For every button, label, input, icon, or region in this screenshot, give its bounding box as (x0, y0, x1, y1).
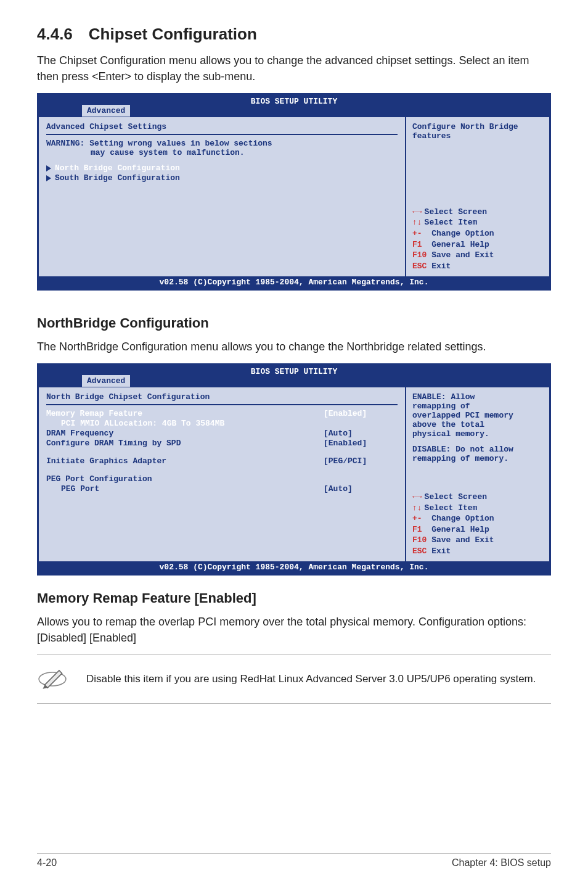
row-dram-freq: DRAM Frequency [Auto] (46, 429, 398, 438)
peg-conf-label: PEG Port Configuration (46, 474, 152, 484)
help-l2: remapping of (412, 402, 543, 411)
bios-titlebar: BIOS SETUP UTILITY Advanced (39, 365, 549, 387)
nav-general-help: F1 General Help (412, 524, 543, 535)
bios-tab-advanced: Advanced (82, 375, 130, 387)
nav-change-option: +- Change Option (412, 228, 543, 239)
help-l6: DISABLE: Do not allow (412, 445, 543, 454)
memory-remap-body: Allows you to remap the overlap PCI memo… (37, 614, 551, 646)
peg-port-label: PEG Port (61, 484, 99, 493)
bios-nav-help: Select Screen Select Item +- Change Opti… (412, 492, 543, 556)
bios-subtitle: Advanced Chipset Settings (46, 122, 398, 131)
help-l1: ENABLE: Allow (412, 392, 543, 402)
page-number: 4-20 (37, 857, 57, 868)
bios-screenshot-1: BIOS SETUP UTILITY Advanced Advanced Chi… (37, 93, 551, 291)
nav-save-exit: F10 Save and Exit (412, 250, 543, 261)
pencil-note-icon (37, 664, 68, 695)
triangle-icon (46, 165, 51, 171)
bios-warning: WARNING: Setting wrong values in below s… (46, 139, 398, 157)
nav-select-item: Select Item (412, 217, 543, 228)
nav-general-help: F1 General Help (412, 239, 543, 250)
help-l3: overlapped PCI memory (412, 411, 543, 420)
bios-left-panel: North Bridge Chipset Configuration Memor… (39, 387, 406, 561)
mem-remap-label: Memory Remap Feature (46, 409, 142, 418)
help-line1: Configure North Bridge (412, 122, 543, 131)
bios-help-text: Configure North Bridge features (412, 122, 543, 178)
note-callout: Disable this item if you are using RedHa… (37, 654, 551, 704)
section-intro: The Chipset Configuration menu allows yo… (37, 52, 551, 85)
nav-change-option: +- Change Option (412, 513, 543, 524)
nav-select-item: Select Item (412, 503, 543, 514)
bios-footer: v02.58 (C)Copyright 1985-2004, American … (39, 561, 549, 574)
bios-left-panel: Advanced Chipset Settings WARNING: Setti… (39, 117, 406, 276)
peg-port-value: [Auto] (324, 484, 398, 493)
bios-right-panel: ENABLE: Allow remapping of overlapped PC… (406, 387, 549, 561)
menu-south-bridge: South Bridge Configuration (46, 173, 398, 183)
nav-esc-exit: ESC Exit (412, 546, 543, 557)
bios-tab-advanced: Advanced (82, 105, 130, 117)
bios-titlebar: BIOS SETUP UTILITY Advanced (39, 95, 549, 117)
help-l4: above the total (412, 420, 543, 429)
bios-right-panel: Configure North Bridge features Select S… (406, 117, 549, 276)
bios-divider (46, 134, 398, 135)
pci-alloc-label: PCI MMIO ALLocation: 4GB To 3584MB (61, 419, 224, 428)
nav-esc-exit: ESC Exit (412, 261, 543, 272)
mem-remap-value: [Enabled] (324, 409, 398, 418)
row-initiate-graphics: Initiate Graphics Adapter [PEG/PCI] (46, 456, 398, 466)
memory-remap-heading: Memory Remap Feature [Enabled] (37, 590, 551, 606)
bios-footer: v02.58 (C)Copyright 1985-2004, American … (39, 276, 549, 289)
bios-nav-help: Select Screen Select Item +- Change Opti… (412, 207, 543, 271)
row-peg-config: PEG Port Configuration (46, 474, 398, 484)
bios-help-text: ENABLE: Allow remapping of overlapped PC… (412, 392, 543, 472)
triangle-icon (46, 175, 51, 181)
bios-screenshot-2: BIOS SETUP UTILITY Advanced North Bridge… (37, 363, 551, 576)
help-line2: features (412, 131, 543, 141)
bios-subtitle: North Bridge Chipset Configuration (46, 392, 398, 402)
iga-value: [PEG/PCI] (324, 456, 398, 466)
row-memory-remap: Memory Remap Feature [Enabled] (46, 409, 398, 418)
help-l5: physical memory. (412, 429, 543, 439)
bios-warning-line2: may cause system to malfunction. (46, 148, 398, 157)
iga-label: Initiate Graphics Adapter (46, 456, 166, 466)
chapter-label: Chapter 4: BIOS setup (452, 857, 551, 868)
page-footer: 4-20 Chapter 4: BIOS setup (37, 853, 551, 868)
menu-south-bridge-label: South Bridge Configuration (55, 173, 180, 183)
nav-select-screen: Select Screen (412, 492, 543, 503)
note-text: Disable this item if you are using RedHa… (86, 672, 536, 687)
menu-north-bridge-label: North Bridge Configuration (55, 163, 180, 173)
row-pci-alloc: PCI MMIO ALLocation: 4GB To 3584MB (46, 419, 398, 428)
section-heading: 4.4.6 Chipset Configuration (37, 25, 551, 44)
bios-divider (46, 404, 398, 405)
row-cfg-dram: Configure DRAM Timing by SPD [Enabled] (46, 439, 398, 448)
help-l7: remapping of memory. (412, 454, 543, 463)
row-peg-port: PEG Port [Auto] (46, 484, 398, 493)
bios-warning-line1: WARNING: Setting wrong values in below s… (46, 139, 398, 148)
northbridge-heading: NorthBridge Configuration (37, 315, 551, 331)
menu-north-bridge: North Bridge Configuration (46, 163, 398, 173)
dram-freq-value: [Auto] (324, 429, 398, 438)
nav-save-exit: F10 Save and Exit (412, 535, 543, 546)
cfg-dram-label: Configure DRAM Timing by SPD (46, 439, 181, 448)
northbridge-intro: The NorthBridge Configuration menu allow… (37, 339, 551, 355)
cfg-dram-value: [Enabled] (324, 439, 398, 448)
dram-freq-label: DRAM Frequency (46, 429, 113, 438)
nav-select-screen: Select Screen (412, 207, 543, 218)
